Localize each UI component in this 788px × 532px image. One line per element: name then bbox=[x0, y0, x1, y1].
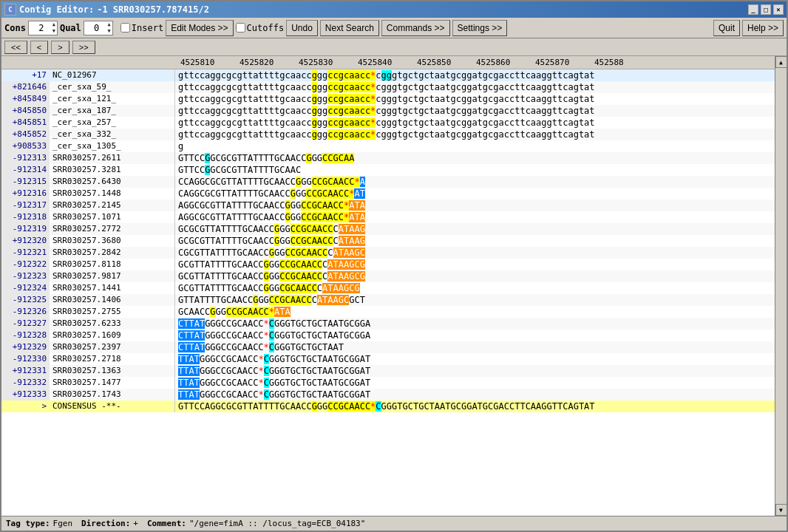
row-position: +912316 bbox=[1, 188, 50, 200]
cons-spinner[interactable]: 2 ▲ ▼ bbox=[28, 21, 58, 35]
row-position: +912331 bbox=[1, 365, 50, 377]
row-sequence[interactable]: gttccaggcgcgttattttgcaaccgggccgcaacc*cgg… bbox=[175, 69, 775, 81]
table-row: +845851 _cer_sxa_257_ gttccaggcgcgttattt… bbox=[1, 117, 775, 129]
scroll-down-button[interactable]: ▼ bbox=[775, 504, 787, 516]
row-sequence[interactable]: GTTCCGGCGCGTTATTTTGCAACCGGGCCGCAA bbox=[175, 152, 775, 164]
settings-button[interactable]: Settings >> bbox=[452, 20, 508, 36]
row-sequence[interactable]: CAGGCGCGTTATTTTGCAACCGGGCCGCAACC*AT bbox=[175, 188, 775, 200]
row-sequence[interactable]: gttccaggcgcgttattttgcaaccgggccgcaacc*cgg… bbox=[175, 105, 775, 117]
row-position: +845850 bbox=[1, 105, 50, 117]
row-position: -912315 bbox=[1, 176, 50, 188]
seq-text: C bbox=[317, 283, 322, 293]
seq-highlight: CCGCAA bbox=[322, 153, 354, 163]
row-sequence[interactable]: GCGTTATTTTGCAACCGGGCCGCAACCCATAAGCG bbox=[175, 259, 775, 270]
titlebar-title: Contig Editor: bbox=[19, 4, 94, 15]
qual-arrows[interactable]: ▲ ▼ bbox=[108, 21, 111, 35]
row-sequence[interactable]: GCGTTATTTTGCAACCGGGCCGCAACCCATAAGCG bbox=[175, 270, 775, 282]
seq-text: GG bbox=[296, 188, 306, 199]
seq-highlight: g bbox=[312, 106, 317, 116]
commands-button[interactable]: Commands >> bbox=[381, 20, 450, 36]
cons-arrows[interactable]: ▲ ▼ bbox=[52, 21, 55, 35]
seq-text: GGGCCGCAACC bbox=[200, 378, 258, 388]
nav-prev-button[interactable]: < bbox=[30, 41, 48, 54]
row-sequence[interactable]: g bbox=[175, 140, 775, 152]
qual-down[interactable]: ▼ bbox=[108, 28, 111, 35]
seq-text: C bbox=[333, 224, 339, 234]
seq-text: gttccaggcgcgttattttgcaacc bbox=[178, 94, 312, 104]
nav-last-button[interactable]: >> bbox=[72, 41, 95, 54]
table-row: +912331 SRR030257.1363 TTATGGGCCGCAACC*C… bbox=[1, 365, 775, 377]
nav-first-button[interactable]: << bbox=[4, 41, 27, 54]
seq-highlight: CCGCAACC bbox=[279, 259, 322, 270]
help-button[interactable]: Help >> bbox=[742, 20, 784, 36]
seq-highlight: ATAAG bbox=[339, 236, 365, 246]
seq-highlight: ATAAGCG bbox=[327, 271, 365, 282]
cons-up[interactable]: ▲ bbox=[52, 21, 55, 28]
row-sequence[interactable]: GTTCCGGCGCGTTATTTTGCAAC bbox=[175, 164, 775, 176]
undo-button[interactable]: Undo bbox=[286, 20, 318, 36]
seq-text: GG bbox=[301, 177, 311, 187]
window-icon: C bbox=[4, 4, 16, 16]
seq-highlight: C bbox=[264, 378, 269, 388]
qual-spinner[interactable]: 0 ▲ ▼ bbox=[84, 21, 113, 35]
row-sequence[interactable]: CCAGGCGCGTTATTTTGCAACCGGGCCGCAACC*A bbox=[175, 176, 775, 188]
cutoffs-checkbox[interactable] bbox=[236, 23, 245, 33]
next-search-button[interactable]: Next Search bbox=[320, 20, 379, 36]
seq-text: GG bbox=[291, 212, 301, 222]
qual-up[interactable]: ▲ bbox=[108, 21, 111, 28]
row-sequence[interactable]: AGGCGCGTTATTTTGCAACCGGGCCGCAACC*ATA bbox=[175, 211, 775, 223]
row-sequence[interactable]: GTTATTTTGCAACCGGGCCGCAACCCATAAGCGCT bbox=[175, 294, 775, 306]
seq-text: cgggtgctgctaatgcggatgcgaccttcaaggttcagta… bbox=[376, 117, 594, 128]
seq-highlight: A bbox=[360, 177, 365, 187]
row-sequence[interactable]: CGCGTTATTTTGCAACCGGGCCGCAACCCATAAGC bbox=[175, 247, 775, 259]
seq-star: * bbox=[269, 307, 274, 317]
row-sequence[interactable]: gttccaggcgcgttattttgcaaccgggccgcaacc*cgg… bbox=[175, 81, 775, 93]
minimize-button[interactable]: _ bbox=[748, 4, 758, 15]
seq-text: GGGCCGCAACC bbox=[205, 342, 263, 352]
scroll-up-button[interactable]: ▲ bbox=[775, 56, 787, 68]
row-sequence[interactable]: CTTATGGGCCGCAACC*CGGGTGCTGCTAAT bbox=[175, 341, 775, 353]
seq-text: GG bbox=[269, 259, 279, 270]
row-position: -912321 bbox=[1, 247, 50, 259]
seq-text: GCGCGTTATTTTGCAACC bbox=[178, 236, 274, 246]
row-sequence[interactable]: GCGCGTTATTTTGCAACCGGGCCGCAACCCATAAG bbox=[175, 223, 775, 235]
nav-next-button[interactable]: > bbox=[51, 41, 69, 54]
row-sequence[interactable]: TTATGGGCCGCAACC*CGGGTGCTGCTAATGCGGAT bbox=[175, 353, 775, 365]
row-sequence[interactable]: AGGCGCGTTATTTTGCAACCGGGCCGCAACC*ATA bbox=[175, 200, 775, 211]
sequence-rows[interactable]: +17 NC_012967 gttccaggcgcgttattttgcaaccg… bbox=[1, 69, 775, 516]
row-name: SRR030257.2718 bbox=[50, 353, 175, 365]
ruler-pos-2: 4525830 bbox=[299, 58, 358, 67]
cons-down[interactable]: ▼ bbox=[52, 28, 55, 35]
cutoffs-check[interactable]: Cutoffs bbox=[236, 23, 285, 33]
seq-star: * bbox=[258, 354, 263, 364]
row-sequence[interactable]: GCGTTATTTTGCAACCGGGCGCAACCCATAAGCG bbox=[175, 282, 775, 294]
row-sequence[interactable]: TTATGGGCCGCAACC*CGGGTGCTGCTAATGCGGAT bbox=[175, 365, 775, 377]
row-sequence[interactable]: TTATGGGCCGCAACC*CGGGTGCTGCTAATGCGGAT bbox=[175, 377, 775, 389]
row-sequence[interactable]: CTTATGGGCCGCAACC*CGGGTGCTGCTAATGCGGA bbox=[175, 318, 775, 330]
row-sequence[interactable]: gttccaggcgcgttattttgcaaccgggccgcaacc*cgg… bbox=[175, 93, 775, 105]
row-position: +821646 bbox=[1, 81, 50, 93]
insert-check[interactable]: Insert bbox=[120, 23, 163, 33]
row-sequence[interactable]: GCGCGTTATTTTGCAACCGGGCCGCAACCCATAAG bbox=[175, 235, 775, 247]
row-sequence[interactable]: GCAACCGGGCCGCAACC*ATA bbox=[175, 306, 775, 318]
table-row: +912316 SRR030257.1448 CAGGCGCGTTATTTTGC… bbox=[1, 188, 775, 200]
scrollbar-right[interactable]: ▲ ▼ bbox=[775, 56, 787, 516]
row-sequence[interactable]: TTATGGGCCGCAACC*CGGGTGCTGCTAATGCGGAT bbox=[175, 389, 775, 400]
seq-text: GGGCCGCAACC bbox=[200, 354, 258, 364]
seq-text: GGGCCGCAACC bbox=[205, 330, 263, 341]
edit-modes-button[interactable]: Edit Modes >> bbox=[166, 20, 233, 36]
seq-highlight: ccgcaacc bbox=[327, 70, 370, 81]
close-button[interactable]: × bbox=[773, 4, 784, 15]
row-sequence[interactable]: GTTCCAGGCGCGTTATTTTGCAACCGGGCCGCAACC*CGG… bbox=[175, 400, 775, 412]
row-position: -912313 bbox=[1, 152, 50, 164]
row-name: SRR030257.6430 bbox=[50, 176, 175, 188]
row-sequence[interactable]: gttccaggcgcgttattttgcaaccgggccgcaacc*cgg… bbox=[175, 129, 775, 140]
maximize-button[interactable]: □ bbox=[761, 4, 771, 15]
quit-button[interactable]: Quit bbox=[713, 20, 740, 36]
insert-checkbox[interactable] bbox=[120, 23, 130, 33]
table-row: -912327 SRR030257.6233 CTTATGGGCCGCAACC*… bbox=[1, 318, 775, 330]
seq-text: GCGCGTTATTTTGCAAC bbox=[210, 165, 301, 175]
row-sequence[interactable]: CTTATGGGCCGCAACC*CGGGTGCTGCTAATGCGGA bbox=[175, 330, 775, 341]
row-sequence[interactable]: gttccaggcgcgttattttgcaaccgggccgcaacc*cgg… bbox=[175, 117, 775, 129]
seq-highlight: G bbox=[210, 307, 215, 317]
